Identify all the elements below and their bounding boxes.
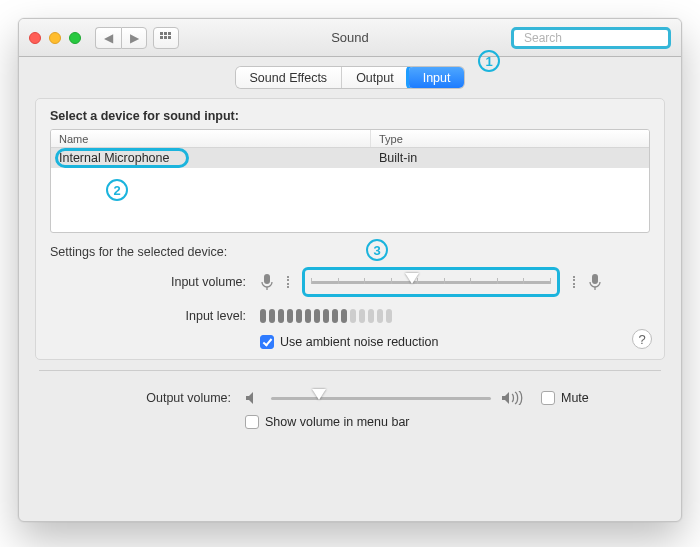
nav-buttons: ◀ ▶ [95, 27, 147, 49]
titlebar: ◀ ▶ Sound [19, 19, 681, 57]
col-name: Name [51, 130, 371, 147]
checkbox-icon [541, 391, 555, 405]
speaker-max-icon [501, 391, 523, 405]
minimize-icon[interactable] [49, 32, 61, 44]
input-heading: Select a device for sound input: [50, 109, 650, 123]
all-prefs-button[interactable] [153, 27, 179, 49]
mic-max-icon [588, 273, 602, 291]
help-button[interactable]: ? [632, 329, 652, 349]
menubar-label: Show volume in menu bar [265, 415, 410, 429]
menubar-checkbox[interactable]: Show volume in menu bar [245, 415, 410, 429]
output-volume-slider[interactable] [271, 389, 491, 407]
input-volume-label: Input volume: [50, 275, 260, 289]
ambient-checkbox[interactable]: Use ambient noise reduction [260, 335, 438, 349]
input-level-label: Input level: [50, 309, 260, 323]
zoom-icon[interactable] [69, 32, 81, 44]
mute-checkbox[interactable]: Mute [541, 391, 589, 405]
input-level-row: Input level: [50, 309, 650, 323]
input-volume-slider[interactable] [311, 273, 551, 291]
device-type: Built-in [371, 151, 649, 165]
mute-label: Mute [561, 391, 589, 405]
checkbox-icon [260, 335, 274, 349]
input-group: Select a device for sound input: Name Ty… [35, 98, 665, 360]
back-button[interactable]: ◀ [95, 27, 121, 49]
traffic-lights [29, 32, 81, 44]
mic-min-dots [287, 276, 289, 289]
input-volume-thumb[interactable] [405, 273, 419, 284]
ambient-label: Use ambient noise reduction [280, 335, 438, 349]
forward-button[interactable]: ▶ [121, 27, 147, 49]
checkbox-icon [245, 415, 259, 429]
svg-rect-4 [592, 274, 598, 284]
grid-icon [160, 32, 172, 44]
svg-rect-2 [264, 274, 270, 284]
input-level-meter [260, 309, 392, 323]
mic-max-dots [573, 276, 575, 289]
device-name: Internal Microphone [51, 151, 371, 165]
divider [39, 370, 661, 371]
sound-pref-window: ◀ ▶ Sound Sound Effects Output Input 1 S… [18, 18, 682, 522]
menubar-row: Show volume in menu bar [35, 415, 665, 429]
device-row[interactable]: Internal Microphone Built-in [51, 148, 649, 168]
close-icon[interactable] [29, 32, 41, 44]
device-settings-heading: Settings for the selected device: [50, 245, 650, 259]
content-area: Sound Effects Output Input 1 Select a de… [19, 57, 681, 521]
output-volume-label: Output volume: [49, 391, 245, 405]
tab-sound-effects[interactable]: Sound Effects [236, 67, 343, 88]
output-volume-thumb[interactable] [312, 389, 326, 400]
search-input[interactable] [522, 30, 676, 46]
mic-min-icon [260, 273, 274, 291]
output-volume-row: Output volume: Mute [35, 389, 665, 407]
input-volume-row: Input volume: [50, 267, 650, 297]
ambient-row: Use ambient noise reduction [50, 335, 650, 349]
search-field[interactable] [511, 27, 671, 49]
tab-output[interactable]: Output [342, 67, 409, 88]
input-volume-slider-wrap [302, 267, 560, 297]
col-type: Type [371, 130, 649, 147]
tab-bar: Sound Effects Output Input [236, 67, 465, 88]
tab-input[interactable]: Input [409, 67, 465, 88]
device-table-header: Name Type [51, 130, 649, 148]
speaker-min-icon [245, 391, 261, 405]
device-table: Name Type Internal Microphone Built-in [50, 129, 650, 233]
